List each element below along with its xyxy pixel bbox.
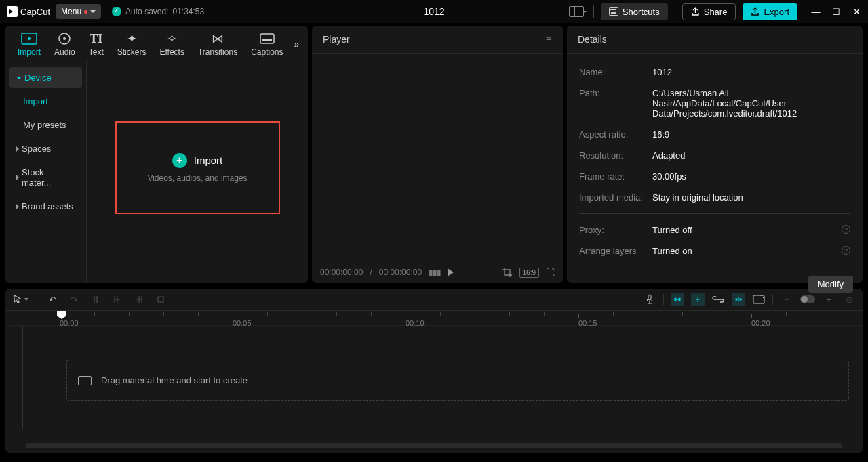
tab-transitions[interactable]: ⋈ Transitions — [191, 28, 244, 60]
timeline-ruler[interactable]: 00:00 00:05 00:10 00:15 00:20 — [5, 311, 863, 326]
main-area: Import Audio TI Text ✦ Stickers ✧ Effect… — [0, 23, 868, 286]
detail-path-value: C:/Users/Usman Ali Nasir/AppData/Local/C… — [652, 88, 850, 119]
keyboard-icon — [609, 7, 618, 16]
time-separator: / — [370, 268, 372, 277]
import-dropzone[interactable]: + Import Videos, audios, and images — [115, 121, 280, 214]
timeline-body[interactable]: Drag material here and start to create — [5, 326, 863, 443]
export-button[interactable]: Export — [743, 3, 797, 20]
mic-button[interactable] — [643, 293, 656, 306]
player-title: Player — [323, 34, 350, 45]
tab-stickers[interactable]: ✦ Stickers — [111, 28, 153, 60]
info-icon[interactable]: ? — [842, 246, 850, 255]
tab-transitions-label: Transitions — [198, 47, 237, 57]
sidebar-item-stock[interactable]: Stock mater... — [9, 162, 82, 193]
sidebar-brand-label: Brand assets — [22, 201, 73, 211]
tab-audio[interactable]: Audio — [47, 28, 82, 60]
chevron-down-icon — [24, 298, 28, 301]
svg-rect-2 — [612, 9, 614, 10]
tab-stickers-label: Stickers — [117, 47, 146, 57]
crop-icon[interactable] — [502, 267, 513, 278]
player-time-current: 00:00:00:00 — [320, 268, 363, 277]
window-controls: — ☐ ✕ — [811, 7, 861, 16]
share-button[interactable]: Share — [682, 3, 736, 20]
link-track-button[interactable] — [691, 293, 705, 306]
minimize-button[interactable]: — — [811, 7, 821, 16]
timeline-scrollbar[interactable] — [26, 443, 842, 448]
preview-axis-button[interactable] — [732, 293, 745, 306]
layout-button[interactable] — [569, 6, 587, 17]
svg-rect-18 — [753, 295, 764, 303]
trim-right-button[interactable] — [132, 293, 146, 306]
zoom-in-button[interactable]: + — [822, 293, 835, 306]
tab-captions[interactable]: Captions — [244, 28, 290, 60]
redo-button[interactable]: ↷ — [67, 293, 81, 306]
tab-effects[interactable]: ✧ Effects — [153, 28, 191, 60]
magnet-button[interactable] — [671, 293, 684, 306]
columns-icon[interactable]: ▮▮▮ — [429, 268, 441, 277]
menu-dot-icon — [84, 10, 87, 14]
detail-row-path: Path: C:/Users/Usman Ali Nasir/AppData/L… — [579, 83, 850, 124]
sidebar-item-spaces[interactable]: Spaces — [9, 138, 82, 159]
project-title: 1012 — [423, 6, 444, 17]
zoom-slider[interactable] — [800, 295, 815, 303]
svg-rect-1 — [610, 9, 612, 10]
media-panel: Import Audio TI Text ✦ Stickers ✧ Effect… — [5, 26, 308, 283]
detail-frame-label: Frame rate: — [579, 171, 652, 182]
fullscreen-icon[interactable]: ⛶ — [546, 268, 555, 278]
aspect-badge[interactable]: 16:9 — [519, 268, 539, 278]
cover-button[interactable] — [752, 293, 766, 306]
svg-rect-17 — [740, 299, 742, 301]
sidebar-item-device[interactable]: Device — [9, 67, 82, 88]
divider — [675, 5, 675, 18]
detail-row-frame: Frame rate: 30.00fps — [579, 166, 850, 187]
player-time-total: 00:00:00:00 — [379, 268, 422, 277]
sidebar-item-import[interactable]: Import — [9, 91, 82, 112]
svg-rect-8 — [260, 34, 274, 43]
zoom-out-button[interactable]: − — [780, 293, 793, 306]
detail-row-aspect: Aspect ratio: 16:9 — [579, 124, 850, 145]
detail-row-imported: Imported media: Stay in original locatio… — [579, 187, 850, 208]
sidebar-item-presets[interactable]: My presets — [9, 114, 82, 135]
svg-rect-13 — [679, 298, 681, 301]
trim-left-button[interactable] — [111, 293, 124, 306]
sidebar-spaces-label: Spaces — [22, 144, 51, 154]
info-icon[interactable]: ? — [842, 225, 850, 234]
topbar: CapCut Menu Auto saved: 01:34:53 1012 Sh… — [0, 0, 868, 23]
play-button[interactable] — [448, 268, 454, 276]
media-body: Device Import My presets Spaces Stock ma… — [5, 60, 308, 283]
player-viewport — [312, 54, 563, 261]
menu-button[interactable]: Menu — [56, 4, 101, 19]
chevron-right-icon — [16, 175, 19, 180]
sidebar-item-brand[interactable]: Brand assets — [9, 196, 82, 217]
player-menu-icon[interactable]: ≡ — [546, 34, 552, 45]
tab-import[interactable]: Import — [11, 28, 47, 60]
details-title: Details — [578, 34, 607, 45]
close-button[interactable]: ✕ — [852, 7, 861, 16]
svg-rect-11 — [648, 295, 651, 300]
timeline-panel: ↶ ↷ − + ⊙ 00:00 00:05 00:10 00:15 00:20 — [5, 289, 863, 453]
selection-tool[interactable] — [12, 294, 28, 305]
delete-button[interactable] — [154, 293, 167, 306]
detail-aspect-label: Aspect ratio: — [579, 129, 652, 140]
tab-captions-label: Captions — [251, 47, 283, 57]
split-button[interactable] — [89, 293, 102, 306]
svg-rect-10 — [158, 297, 163, 302]
tabs-overflow-button[interactable]: » — [290, 35, 304, 54]
svg-rect-9 — [262, 39, 272, 41]
sidebar-stock-label: Stock mater... — [22, 167, 75, 188]
shortcuts-button[interactable]: Shortcuts — [601, 3, 668, 20]
stickers-icon: ✦ — [127, 31, 137, 46]
sidebar-import-label: Import — [23, 96, 48, 106]
layout-icon — [569, 6, 584, 17]
link-clips-button[interactable] — [711, 293, 725, 306]
detail-path-label: Path: — [579, 88, 652, 119]
zoom-fit-button[interactable]: ⊙ — [842, 293, 856, 306]
svg-point-15 — [697, 299, 698, 300]
undo-button[interactable]: ↶ — [45, 293, 59, 306]
tab-text[interactable]: TI Text — [82, 28, 111, 60]
share-label: Share — [704, 7, 728, 17]
maximize-button[interactable]: ☐ — [831, 7, 841, 16]
svg-rect-3 — [614, 9, 616, 10]
timeline-dropzone[interactable]: Drag material here and start to create — [66, 360, 849, 401]
capcut-icon — [7, 6, 18, 17]
